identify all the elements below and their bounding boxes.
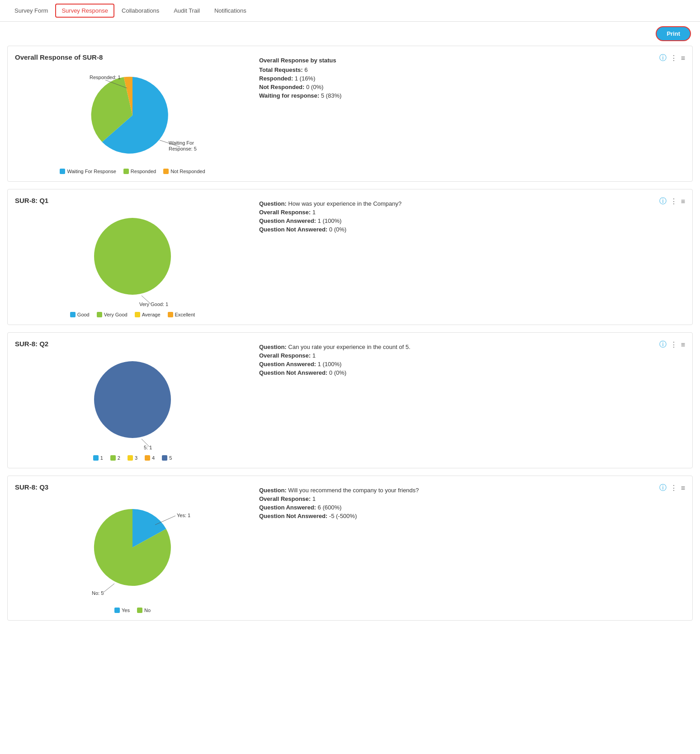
more-icon[interactable]: ⋮: [670, 54, 677, 62]
q3-answered: Question Answered: 6 (600%): [259, 504, 685, 511]
q3-section: SUR-8: Q3 Yes: 1 No: 5: [7, 476, 693, 621]
q3-legend: Yes No: [114, 608, 151, 613]
legend-responded: Responded: [123, 169, 156, 174]
nav-collaborations[interactable]: Collaborations: [114, 1, 166, 20]
q2-info: Question: Can you rate your experience i…: [259, 342, 685, 376]
q2-chart: 5: 1 1 2 3: [15, 352, 250, 461]
q1-answered: Question Answered: 1 (100%): [259, 217, 685, 224]
q1-info: Question: How was your experience in the…: [259, 198, 685, 233]
q1-not-answered: Question Not Answered: 0 (0%): [259, 226, 685, 233]
list-icon[interactable]: ≡: [681, 54, 685, 62]
legend-4: 4: [145, 455, 155, 461]
nav-audit-trail[interactable]: Audit Trail: [166, 1, 207, 20]
nav-notifications[interactable]: Notifications: [207, 1, 254, 20]
legend-not-responded: Not Responded: [163, 169, 205, 174]
svg-text:Waiting For: Waiting For: [169, 140, 194, 146]
q3-overall-response: Overall Response: 1: [259, 495, 685, 502]
q3-chart-area: SUR-8: Q3 Yes: 1 No: 5: [15, 483, 250, 613]
q1-info-icon[interactable]: ⓘ: [659, 197, 667, 206]
q3-icons: ⓘ ⋮ ≡: [659, 483, 685, 493]
overall-info-title: Overall Response by status: [259, 57, 685, 64]
svg-point-5: [94, 218, 171, 295]
q3-info: Question: Will you recommend the company…: [259, 485, 685, 519]
legend-waiting: Waiting For Response: [60, 169, 116, 174]
q2-question: Question: Can you rate your experience i…: [259, 344, 685, 350]
legend-yes: Yes: [114, 608, 130, 613]
print-button[interactable]: Print: [656, 26, 691, 41]
print-button-wrap: Print: [0, 26, 691, 41]
legend-1: 1: [93, 455, 103, 461]
svg-text:5: 1: 5: 1: [144, 445, 152, 450]
info-icon[interactable]: ⓘ: [659, 53, 667, 63]
q2-legend: 1 2 3 4 5: [93, 455, 172, 461]
q3-not-answered: Question Not Answered: -5 (-500%): [259, 513, 685, 519]
overall-section: Overall Response of SUR-8 Responded: 1 W…: [7, 46, 693, 182]
info-responded: Responded: 1 (16%): [259, 75, 685, 82]
legend-3: 3: [128, 455, 137, 461]
info-not-responded: Not Responded: 0 (0%): [259, 84, 685, 90]
legend-no: No: [137, 608, 151, 613]
info-total-requests: Total Requests: 6: [259, 66, 685, 73]
overall-icons: ⓘ ⋮ ≡: [659, 53, 685, 63]
q1-more-icon[interactable]: ⋮: [670, 197, 677, 206]
q2-answered: Question Answered: 1 (100%): [259, 361, 685, 368]
svg-text:Responded: 1: Responded: 1: [90, 75, 121, 80]
q1-chart: Very Good: 1 Good Very Good Average: [15, 209, 250, 317]
legend-very-good: Very Good: [97, 312, 128, 317]
q2-info-icon[interactable]: ⓘ: [659, 340, 667, 349]
legend-excellent: Excellent: [168, 312, 195, 317]
q2-list-icon[interactable]: ≡: [681, 341, 685, 349]
svg-point-8: [94, 361, 171, 438]
svg-text:Yes: 1: Yes: 1: [177, 513, 190, 518]
info-waiting: Waiting for response: 5 (83%): [259, 92, 685, 99]
legend-5: 5: [162, 455, 172, 461]
overall-legend: Waiting For Response Responded Not Respo…: [60, 169, 205, 174]
q2-not-answered: Question Not Answered: 0 (0%): [259, 369, 685, 376]
navigation: Survey Form Survey Response Collaboratio…: [0, 0, 700, 22]
q3-chart: Yes: 1 No: 5 Yes No: [15, 495, 250, 613]
overall-info: Overall Response by status Total Request…: [259, 55, 685, 99]
q1-title: SUR-8: Q1: [15, 197, 250, 204]
nav-survey-response[interactable]: Survey Response: [55, 4, 114, 18]
overall-chart-area: Overall Response of SUR-8 Responded: 1 W…: [15, 53, 250, 174]
q3-question: Question: Will you recommend the company…: [259, 487, 685, 494]
nav-survey-form[interactable]: Survey Form: [7, 1, 55, 20]
q1-section: SUR-8: Q1 Very Good: 1 Good Very Good: [7, 189, 693, 325]
q3-list-icon[interactable]: ≡: [681, 484, 685, 492]
svg-text:No: 5: No: 5: [92, 590, 104, 596]
legend-2: 2: [110, 455, 120, 461]
legend-good: Good: [70, 312, 90, 317]
svg-line-13: [103, 584, 114, 593]
q1-icons: ⓘ ⋮ ≡: [659, 197, 685, 206]
q3-more-icon[interactable]: ⋮: [670, 484, 677, 492]
q2-more-icon[interactable]: ⋮: [670, 340, 677, 349]
q2-icons: ⓘ ⋮ ≡: [659, 340, 685, 349]
svg-text:Very Good: 1: Very Good: 1: [139, 302, 168, 307]
svg-text:Response: 5: Response: 5: [169, 146, 197, 151]
legend-average: Average: [135, 312, 161, 317]
q1-list-icon[interactable]: ≡: [681, 198, 685, 206]
q2-section: SUR-8: Q2 5: 1 1 2: [7, 332, 693, 468]
q1-chart-area: SUR-8: Q1 Very Good: 1 Good Very Good: [15, 197, 250, 317]
q1-legend: Good Very Good Average Excellent: [70, 312, 195, 317]
q2-overall-response: Overall Response: 1: [259, 352, 685, 359]
q1-question: Question: How was your experience in the…: [259, 200, 685, 207]
q2-chart-area: SUR-8: Q2 5: 1 1 2: [15, 340, 250, 461]
overall-chart: Responded: 1 Waiting For Response: 5 Wai…: [15, 66, 250, 174]
q2-title: SUR-8: Q2: [15, 340, 250, 348]
q3-title: SUR-8: Q3: [15, 483, 250, 491]
overall-title: Overall Response of SUR-8: [15, 53, 250, 61]
q1-overall-response: Overall Response: 1: [259, 209, 685, 216]
q3-info-icon[interactable]: ⓘ: [659, 483, 667, 493]
